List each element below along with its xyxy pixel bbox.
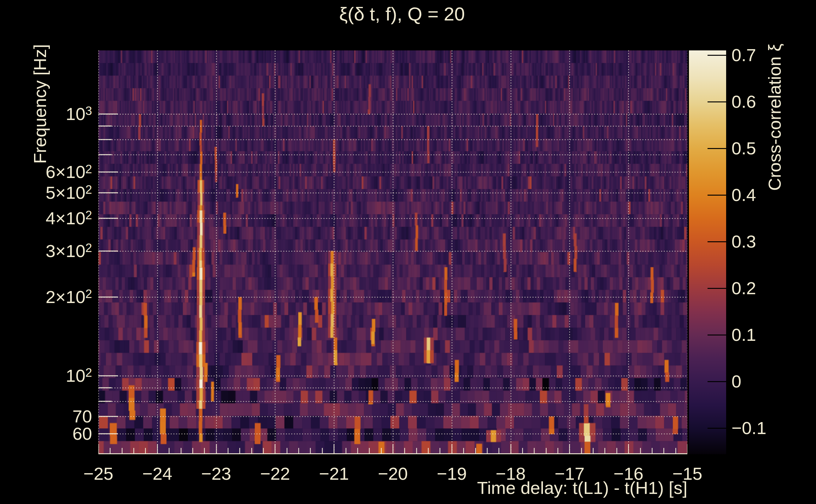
colorbar-tickmark: [708, 288, 726, 289]
x-tick-label: −16: [614, 465, 644, 483]
colorbar-tickmark: [708, 381, 726, 382]
y-tick-label: 2×102: [46, 288, 92, 306]
y-tick-label: 70: [72, 408, 92, 425]
x-tick-label: −22: [260, 465, 290, 483]
colorbar-tickmark: [708, 55, 726, 56]
colorbar-tick-label: 0.6: [732, 93, 756, 111]
colorbar-tick-label: 0.4: [732, 186, 756, 204]
figure: ξ(δ t, f), Q = 20 Frequency [Hz] Time de…: [0, 0, 816, 504]
colorbar-title: Cross-correlation ξ: [764, 44, 785, 191]
colorbar-gradient: [689, 50, 726, 454]
colorbar-tick-label: 0: [732, 373, 741, 390]
colorbar-tick-label: 0.3: [732, 233, 756, 250]
y-tick-label: 5×102: [46, 184, 92, 202]
y-tick-label: 6×102: [46, 163, 92, 181]
x-tick-label: −24: [142, 465, 172, 483]
y-tick-label: 60: [72, 425, 92, 443]
colorbar-tickmark: [708, 241, 726, 242]
colorbar-tick-label: 0.5: [732, 140, 756, 157]
colorbar-tick-label: 0.2: [732, 279, 756, 297]
x-tick-label: −19: [437, 465, 467, 483]
y-axis-title: Frequency [Hz]: [30, 44, 50, 164]
x-tick-label: −25: [83, 465, 113, 483]
y-tick-label: 4×102: [46, 209, 92, 227]
y-tick-label: 103: [66, 105, 92, 123]
colorbar-tickmark: [708, 335, 726, 335]
chart-title: ξ(δ t, f), Q = 20: [339, 3, 465, 25]
colorbar-tickmark: [708, 428, 726, 429]
colorbar-tickmark: [708, 101, 726, 102]
heatmap-canvas: [98, 50, 687, 454]
x-tick-label: −23: [201, 465, 231, 483]
y-tick-label: 102: [66, 367, 92, 385]
x-tick-label: −15: [673, 465, 703, 483]
x-tick-label: −18: [496, 465, 526, 483]
x-tick-label: −21: [319, 465, 349, 483]
colorbar-tick-label: 0.1: [732, 326, 756, 344]
x-tick-label: −20: [378, 465, 408, 483]
colorbar-tickmark: [708, 148, 726, 149]
colorbar-tickmark: [708, 195, 726, 196]
colorbar-tick-label: 0.7: [732, 46, 756, 64]
x-tick-label: −17: [554, 465, 584, 483]
y-tick-label: 3×102: [46, 242, 92, 260]
colorbar-tick-label: −0.1: [732, 419, 767, 437]
